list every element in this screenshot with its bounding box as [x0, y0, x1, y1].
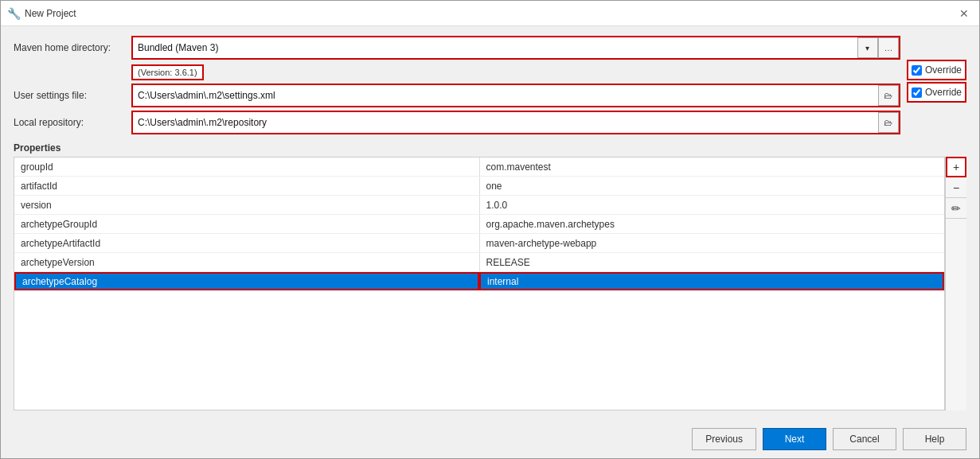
- local-repo-input[interactable]: [133, 112, 878, 133]
- user-settings-input[interactable]: [133, 85, 878, 106]
- title-bar: 🔧 New Project ✕: [1, 1, 979, 26]
- prop-value-archetypeVersion: RELEASE: [480, 253, 945, 271]
- prop-key-archetypeGroupId: archetypeGroupId: [14, 215, 480, 233]
- prop-value-archetypeGroupId: org.apache.maven.archetypes: [480, 215, 945, 233]
- main-content: Maven home directory: ▾ … (Version: 3.6.…: [1, 26, 979, 420]
- prop-value-version: 1.0.0: [480, 196, 945, 214]
- override-repo-checkbox[interactable]: [912, 88, 922, 98]
- property-row[interactable]: archetypeVersion RELEASE: [14, 253, 944, 272]
- properties-area: groupId com.maventest artifactId one ver…: [14, 157, 966, 410]
- remove-property-button[interactable]: −: [946, 177, 966, 198]
- properties-section-label: Properties: [14, 142, 966, 154]
- prop-key-archetypeArtifactId: archetypeArtifactId: [14, 234, 480, 252]
- window-title: New Project: [25, 8, 951, 19]
- properties-table: groupId com.maventest artifactId one ver…: [14, 157, 945, 410]
- prop-key-artifactId: artifactId: [14, 177, 480, 195]
- prop-key-archetypeVersion: archetypeVersion: [14, 253, 480, 271]
- close-button[interactable]: ✕: [955, 5, 973, 22]
- prop-value-artifactId: one: [480, 177, 945, 195]
- prop-key-groupId: groupId: [14, 158, 480, 176]
- prop-value-archetypeArtifactId: maven-archetype-webapp: [480, 234, 945, 252]
- user-settings-browse[interactable]: 🗁: [878, 85, 899, 106]
- new-project-window: 🔧 New Project ✕ Maven home directory: ▾ …: [0, 0, 980, 459]
- maven-version-text: (Version: 3.6.1): [131, 64, 204, 80]
- property-row[interactable]: archetypeGroupId org.apache.maven.archet…: [14, 215, 944, 234]
- prop-key-archetypeCatalog: archetypeCatalog: [14, 272, 479, 290]
- local-repo-browse[interactable]: 🗁: [878, 112, 899, 133]
- property-row[interactable]: version 1.0.0: [14, 196, 944, 215]
- window-icon: 🔧: [7, 7, 20, 20]
- property-row[interactable]: artifactId one: [14, 177, 944, 196]
- maven-home-input[interactable]: [133, 37, 857, 58]
- cancel-button[interactable]: Cancel: [833, 428, 896, 450]
- override-settings-row: Override: [907, 60, 966, 80]
- prop-value-archetypeCatalog: internal: [479, 272, 944, 290]
- maven-home-label: Maven home directory:: [14, 42, 125, 53]
- override-repo-label: Override: [925, 87, 962, 98]
- next-button[interactable]: Next: [763, 428, 826, 450]
- side-buttons-panel: + − ✏: [945, 157, 966, 410]
- override-settings-label: Override: [925, 64, 962, 76]
- previous-button[interactable]: Previous: [692, 428, 756, 450]
- override-settings-checkbox[interactable]: [912, 65, 922, 76]
- maven-home-browse[interactable]: …: [878, 37, 899, 58]
- property-row[interactable]: groupId com.maventest: [14, 158, 944, 177]
- override-group: Override Override: [907, 60, 966, 103]
- properties-body: groupId com.maventest artifactId one ver…: [14, 158, 944, 410]
- add-property-button[interactable]: +: [946, 157, 966, 177]
- edit-property-button[interactable]: ✏: [946, 198, 966, 219]
- property-row-selected[interactable]: archetypeCatalog internal: [14, 272, 944, 291]
- override-repo-row: Override: [907, 82, 966, 103]
- help-button[interactable]: Help: [903, 428, 966, 450]
- maven-home-row: Maven home directory: ▾ … (Version: 3.6.…: [14, 36, 966, 134]
- property-row[interactable]: archetypeArtifactId maven-archetype-weba…: [14, 234, 944, 253]
- prop-value-groupId: com.maventest: [480, 158, 945, 176]
- prop-key-version: version: [14, 196, 480, 214]
- footer: Previous Next Cancel Help: [1, 420, 979, 458]
- local-repo-label: Local repository:: [14, 117, 125, 128]
- maven-home-dropdown[interactable]: ▾: [857, 37, 878, 58]
- user-settings-label: User settings file:: [14, 90, 125, 101]
